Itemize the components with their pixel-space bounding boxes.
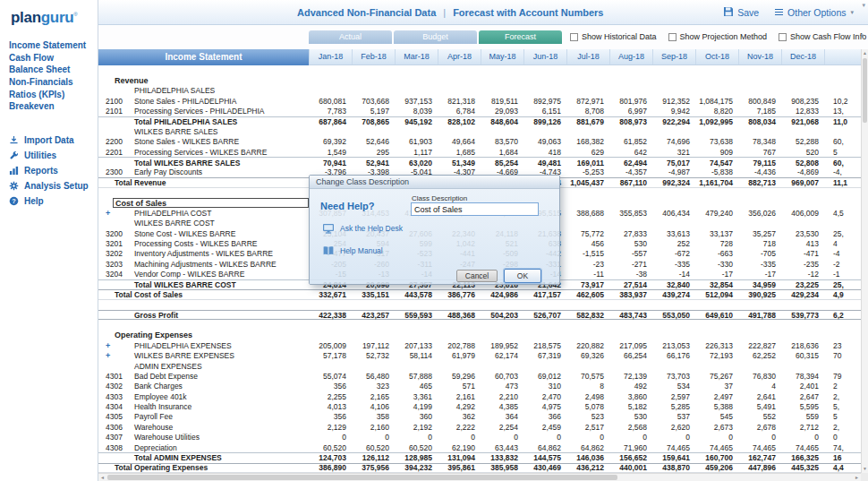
grid-cell[interactable]: 364 xyxy=(481,412,523,421)
grid-cell[interactable]: 4,9 xyxy=(824,290,861,299)
grid-cell[interactable]: 23,225 xyxy=(781,280,824,289)
grid-cell[interactable]: 413 xyxy=(781,239,824,248)
grid-cell[interactable]: -672 xyxy=(652,249,695,258)
grid-cell[interactable]: 0 xyxy=(395,433,438,442)
grid-cell[interactable]: 58,114 xyxy=(395,351,438,360)
sidebar-item-help[interactable]: ?Help xyxy=(0,193,98,209)
grid-cell[interactable]: 356 xyxy=(309,412,352,421)
table-row-revenue[interactable]: Revenue xyxy=(98,75,861,85)
grid-cell[interactable]: 55,074 xyxy=(309,372,352,381)
grid-cell[interactable]: 386,890 xyxy=(309,463,352,472)
grid-cell[interactable]: -235 xyxy=(781,260,824,269)
grid-cell[interactable]: 767 xyxy=(738,148,781,157)
grid-cell[interactable]: 8,708 xyxy=(566,107,609,116)
table-row-gross-profit[interactable]: Gross Profit422,338423,257559,593488,368… xyxy=(98,310,861,320)
forecast-with-account-numbers-link[interactable]: Forecast with Account Numbers xyxy=(453,7,603,18)
grid-cell[interactable]: 629 xyxy=(566,148,609,157)
grid-cell[interactable]: 4 xyxy=(824,239,861,248)
grid-cell[interactable]: 899,126 xyxy=(523,117,566,126)
grid-cell[interactable]: 25, xyxy=(824,280,861,289)
grid-cell[interactable]: 447,896 xyxy=(738,463,781,472)
vertical-scroll-thumb[interactable] xyxy=(863,58,867,123)
grid-cell[interactable]: 63,443 xyxy=(481,443,523,452)
grid-cell[interactable]: 406,009 xyxy=(781,209,824,218)
grid-cell[interactable]: 642 xyxy=(609,148,652,157)
grid-cell[interactable]: 2,647 xyxy=(781,392,824,401)
grid-cell[interactable]: 83,570 xyxy=(481,137,523,146)
row-label[interactable]: Revenue xyxy=(98,75,309,85)
grid-cell[interactable]: 144,575 xyxy=(523,453,566,462)
row-label[interactable]: ADMIN EXPENSES xyxy=(98,361,309,371)
table-row-philadelphia-expenses[interactable]: +PHILADELPHIA EXPENSES205,009197,112207,… xyxy=(98,340,861,350)
grid-cell[interactable]: 5,182 xyxy=(609,402,652,411)
grid-cell[interactable]: 189,952 xyxy=(481,341,523,350)
grid-cell[interactable]: 61,852 xyxy=(609,137,652,146)
grid-cell[interactable]: -38 xyxy=(609,270,652,279)
grid-cell[interactable]: 2,459 xyxy=(523,423,566,432)
grid-cell[interactable]: 2,498 xyxy=(566,392,609,401)
grid-cell[interactable]: 488,368 xyxy=(438,311,481,320)
grid-cell[interactable]: 72,139 xyxy=(609,372,652,381)
row-label[interactable]: 3200Stone Cost - WILKES BARRE xyxy=(98,228,309,238)
grid-cell[interactable]: -663 xyxy=(695,249,738,258)
grid-cell[interactable]: 10,2 xyxy=(824,97,861,106)
grid-cell[interactable]: 526,707 xyxy=(523,311,566,320)
sidebar-item-ratios-kpis[interactable]: Ratios (KPIs) xyxy=(0,89,98,101)
grid-cell[interactable]: 52,288 xyxy=(781,137,824,146)
grid-cell[interactable]: 423,257 xyxy=(352,311,395,320)
grid-cell[interactable]: 523 xyxy=(566,412,609,421)
grid-cell[interactable]: 25, xyxy=(824,229,861,238)
table-row-account-4307[interactable]: 4307Warehouse Utilities0000000000000 xyxy=(98,433,861,442)
grid-cell[interactable]: 4,106 xyxy=(352,402,395,411)
ask-help-desk-link[interactable]: Ask the Help Desk xyxy=(322,222,403,235)
grid-cell[interactable]: 202,788 xyxy=(438,341,481,350)
grid-cell[interactable]: 4,013 xyxy=(309,402,352,411)
grid-cell[interactable]: 218,575 xyxy=(523,341,566,350)
grid-cell[interactable]: 168,382 xyxy=(566,137,609,146)
grid-cell[interactable]: 828,102 xyxy=(438,117,481,126)
grid-cell[interactable]: 131,094 xyxy=(438,453,481,462)
grid-cell[interactable]: 146,036 xyxy=(566,453,609,462)
table-row-total-philadelphia-sales[interactable]: Total PHILADELPHIA SALES687,864708,86594… xyxy=(98,116,861,126)
grid-cell[interactable]: -4,436 xyxy=(738,167,781,176)
grid-cell[interactable]: -14 xyxy=(652,270,695,279)
grid-cell[interactable]: 11,0 xyxy=(824,117,861,126)
grid-cell[interactable]: 3,860 xyxy=(609,392,652,401)
grid-cell[interactable]: 64,862 xyxy=(566,443,609,452)
grid-cell[interactable]: 79 xyxy=(824,372,861,381)
grid-cell[interactable]: 465 xyxy=(395,382,438,391)
grid-cell[interactable]: 571 xyxy=(438,382,481,391)
row-label[interactable]: 4303Employee 401k xyxy=(98,391,309,401)
grid-cell[interactable]: 375,956 xyxy=(352,463,395,472)
grid-cell[interactable]: 57,178 xyxy=(309,351,352,360)
grid-cell[interactable]: -12 xyxy=(781,270,824,279)
grid-cell[interactable]: 2,160 xyxy=(352,423,395,432)
row-label[interactable]: Total ADMIN EXPENSES xyxy=(98,453,309,462)
row-label[interactable]: Cost of Sales xyxy=(113,198,309,208)
grid-cell[interactable]: 2, xyxy=(824,392,861,401)
row-label[interactable]: 4308Depreciation xyxy=(98,442,309,452)
grid-cell[interactable]: 718 xyxy=(738,239,781,248)
grid-cell[interactable]: 530 xyxy=(609,239,652,248)
grid-cell[interactable]: 52,941 xyxy=(352,159,395,167)
grid-cell[interactable]: -557 xyxy=(609,249,652,258)
grid-cell[interactable]: 0 xyxy=(609,433,652,442)
grid-cell[interactable]: 61,903 xyxy=(395,137,438,146)
grid-cell[interactable]: 539,773 xyxy=(781,311,824,320)
row-label[interactable]: 4307Warehouse Utilities xyxy=(98,433,309,442)
checkbox-box[interactable] xyxy=(570,33,578,41)
grid-cell[interactable]: 67,319 xyxy=(523,351,566,360)
grid-cell[interactable]: -5,838 xyxy=(695,167,738,176)
grid-cell[interactable]: 13, xyxy=(824,107,861,116)
grid-cell[interactable]: 406,434 xyxy=(652,209,695,218)
grid-cell[interactable]: 1,092,995 xyxy=(695,117,738,126)
grid-cell[interactable]: 56,480 xyxy=(352,372,395,381)
table-row-total-cost-of-sales[interactable]: Total Cost of Sales332,671335,151443,578… xyxy=(98,289,861,299)
grid-cell[interactable]: 6,997 xyxy=(609,107,652,116)
grid-cell[interactable]: 59,296 xyxy=(438,372,481,381)
grid-cell[interactable]: 6,151 xyxy=(523,107,566,116)
class-description-input[interactable] xyxy=(411,202,539,216)
row-label[interactable]: Operating Expenses xyxy=(98,331,309,340)
grid-cell[interactable]: 7,783 xyxy=(309,107,352,116)
corner-caret-icon[interactable]: ▾ xyxy=(862,2,865,9)
